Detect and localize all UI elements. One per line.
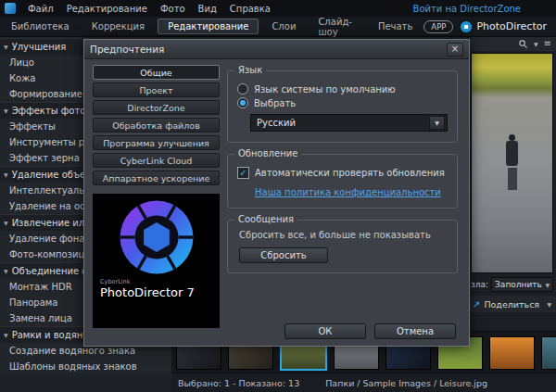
radio-label: Язык системы по умолчанию [254,84,396,95]
checkbox-icon: ✓ [237,167,249,179]
preferences-nav: Общие Проект DirectorZone Обработка файл… [93,65,220,188]
sidebar-item-watermark-templates[interactable]: Шаблоны водяных знаков [0,359,171,373]
photodirector-logo-icon [461,21,472,32]
photo-figure [508,168,517,190]
prefs-nav-improvement-program[interactable]: Программа улучшения [93,135,220,150]
prefs-nav-hardware-acceleration[interactable]: Аппаратное ускорение [93,171,220,185]
fit-label-fragment: зла: [471,280,488,289]
prefs-nav-general[interactable]: Общие [93,65,220,80]
menu-file[interactable]: Файл [21,4,60,14]
tab-edit[interactable]: Редактирование [158,19,259,34]
tab-library[interactable]: Библиотека [2,19,79,33]
sidebar-header-label: Улучшения [12,39,67,55]
photodirector7-label: PhotoDirector 7 [100,285,220,299]
messages-group-label: Сообщения [234,214,297,224]
status-bar: Выбрано: 1 - Показано: 13 Папки / Sample… [171,373,556,392]
share-icon: ↗ [473,299,480,310]
search-icon[interactable] [518,39,528,49]
radio-choose-language[interactable]: Выбрать [237,97,448,108]
chevron-down-icon: ▼ [4,327,8,343]
tab-layers[interactable]: Слои [262,19,305,33]
reset-button[interactable]: Сбросить [239,247,328,263]
chevron-down-icon: ▼ [545,282,550,288]
right-panel: ▼ ≡ зла: Заполнить ▼ ↗ Поделиться ▼ [467,36,556,332]
zoom-fit-row: зла: Заполнить ▼ [468,277,556,292]
language-select-value: Русский [257,118,296,128]
chevron-down-icon: ▼ [4,39,8,55]
prefs-nav-project[interactable]: Проект [93,82,220,97]
dialog-buttons: ОК Отмена [284,323,456,339]
cancel-button[interactable]: Отмена [374,323,456,339]
panel-menu-icon[interactable]: ≡ [544,39,551,48]
cyberlink-label: CyberLink [100,278,220,285]
app-store-badge[interactable]: APP [423,20,453,33]
tab-print[interactable]: Печать [369,19,422,33]
chevron-down-icon: ▼ [4,215,8,231]
sidebar-header-label: Эффекты фото [12,103,86,119]
selection-count: Выбрано: 1 - Показано: 13 [178,378,299,388]
product-logo: CyberLink PhotoDirector 7 [93,194,220,328]
reset-messages-text: Сбросить все, и больше не показывать [239,230,448,240]
photodirector-window: Файл Редактирование Фото Вид Справка Вой… [0,0,556,392]
chevron-down-icon: ▼ [429,116,445,130]
check-icon: ✓ [239,169,246,178]
chevron-down-icon[interactable]: ▼ [534,41,538,47]
close-icon[interactable]: × [447,43,463,57]
fit-mode-value: Заполнить [495,280,542,289]
language-select[interactable]: Русский ▼ [250,114,448,132]
radio-label: Выбрать [254,98,296,108]
chevron-down-icon: ▼ [4,103,8,119]
current-file-path: Папки / Sample Images / Leisure.jpg [325,378,487,388]
prefs-nav-directorzone[interactable]: DirectorZone [93,100,220,115]
preferences-dialog: Предпочтения × Общие Проект DirectorZone… [83,39,470,347]
ok-button[interactable]: ОК [284,323,366,339]
signin-directorzone-link[interactable]: Войти на DirectorZone [413,4,521,14]
radio-system-default-language[interactable]: Язык системы по умолчанию [237,83,448,95]
photo-preview [471,53,553,273]
filmstrip-thumbnail[interactable] [489,336,535,370]
photo-figure [509,134,515,141]
messages-group: Сообщения Сбросить все, и больше не пока… [227,220,458,273]
filmstrip-thumbnail[interactable] [541,336,556,370]
prefs-nav-file-handling[interactable]: Обработка файлов [93,118,220,133]
module-tab-bar: Библиотека Коррекция Редактирование Слои… [0,17,556,37]
preferences-content: Язык Язык системы по умолчанию Выбрать Р… [227,70,458,285]
browser-toolbar: ▼ ≡ [468,36,556,51]
update-group-label: Обновление [234,148,301,158]
fit-mode-select[interactable]: Заполнить ▼ [491,277,553,292]
menu-view[interactable]: Вид [192,4,223,14]
menu-edit[interactable]: Редактирование [60,4,154,14]
brand-logo: PhotoDirector [461,20,547,32]
menu-help[interactable]: Справка [223,4,277,14]
checkbox-label: Автоматически проверять обновления [255,168,445,178]
menu-photo[interactable]: Фото [154,4,192,14]
menu-bar: Файл Редактирование Фото Вид Справка Вой… [0,0,556,17]
chevron-down-icon: ▼ [4,263,8,279]
auto-update-checkbox[interactable]: ✓ Автоматически проверять обновления [237,167,448,179]
tab-adjustment[interactable]: Коррекция [82,19,154,33]
photo-figure [506,141,518,166]
aperture-logo-icon [118,198,196,276]
prefs-nav-cyberlink-cloud[interactable]: CyberLink Cloud [93,153,220,168]
dialog-title: Предпочтения [90,44,164,55]
brand-name: PhotoDirector [476,20,547,32]
dialog-title-bar[interactable]: Предпочтения × [84,40,469,59]
radio-checked-icon [237,97,248,108]
language-group-label: Язык [234,65,266,75]
update-group: Обновление ✓ Автоматически проверять обн… [227,154,458,209]
radio-icon [237,83,248,95]
app-icon [5,3,16,14]
language-group: Язык Язык системы по умолчанию Выбрать Р… [227,70,458,143]
chevron-down-icon: ▼ [4,167,8,183]
share-button[interactable]: ↗ Поделиться ▼ [468,296,556,312]
privacy-policy-link[interactable]: Наша политика конфиденциальности [255,187,441,197]
chevron-down-icon: ▼ [547,301,551,308]
tab-slideshow[interactable]: Слайд-шоу [309,15,365,39]
share-label: Поделиться [484,299,539,310]
